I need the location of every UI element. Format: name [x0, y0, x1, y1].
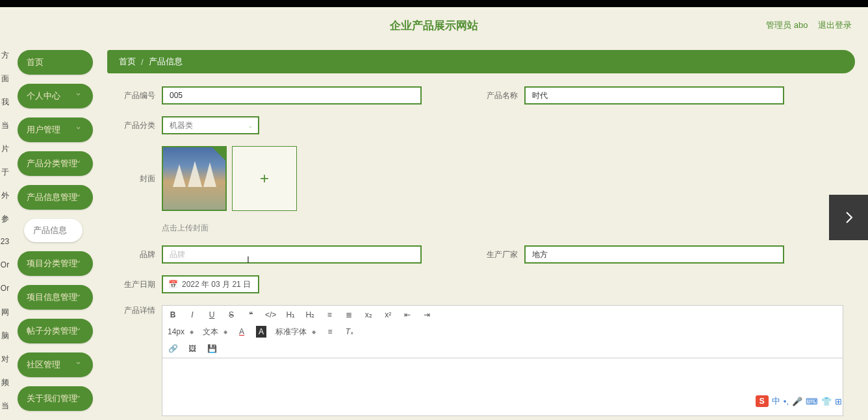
label-product-code: 产品编号	[119, 90, 155, 101]
sidebar-item-label: 首页	[27, 56, 44, 68]
sidebar-item-label: 用户管理	[27, 124, 60, 136]
sidebar-item-label: 个人中心	[27, 90, 60, 102]
ime-mic-icon[interactable]: 🎤	[792, 397, 802, 406]
window-top-black-bar	[0, 0, 868, 7]
sidebar-item-label: 帖子分类管理	[27, 325, 77, 337]
list-ol-button[interactable]: ≡	[324, 309, 335, 321]
superscript-button[interactable]: x²	[383, 309, 393, 321]
sidebar-item-7[interactable]: 帖子分类管理›	[18, 319, 93, 343]
ime-toolbox-icon[interactable]: ⊞	[835, 397, 842, 406]
product-name-input[interactable]	[524, 86, 784, 105]
underline-button[interactable]: U	[207, 309, 217, 321]
ime-keyboard-icon[interactable]: ⌨	[806, 397, 818, 406]
sidebar-item-4[interactable]: 产品信息管理›	[18, 185, 93, 210]
left-strip-char: 频	[1, 377, 9, 394]
header: 企业产品展示网站 管理员 abo 退出登录	[0, 7, 868, 43]
sidebar-item-0[interactable]: 首页	[18, 50, 93, 75]
dropdown-icon: ◆	[190, 329, 194, 335]
sidebar-item-6[interactable]: 项目信息管理›	[18, 285, 93, 310]
chevron-right-icon	[841, 210, 856, 225]
sidebar-item-5[interactable]: 项目分类管理›	[18, 251, 93, 276]
sidebar-item-8[interactable]: 社区管理›	[18, 352, 93, 377]
chevron-down-icon: ›	[77, 395, 84, 402]
ime-lang-icon[interactable]: 中	[772, 395, 780, 407]
sidebar-item-label: 产品分类管理	[27, 158, 77, 169]
subscript-button[interactable]: x₂	[363, 309, 374, 321]
bg-color-button[interactable]: A	[256, 326, 266, 338]
left-strip-char: 当	[1, 401, 9, 417]
label-detail: 产品详情	[119, 305, 155, 316]
chevron-down-icon: ⌄	[248, 122, 253, 129]
upload-add-button[interactable]: +	[232, 146, 297, 211]
outdent-button[interactable]: ⇥	[422, 309, 432, 321]
label-cover: 封面	[119, 173, 155, 184]
left-strip-char: 网	[1, 307, 9, 324]
chevron-down-icon: ›	[77, 127, 84, 133]
admin-link[interactable]: 管理员 abo	[766, 20, 808, 30]
breadcrumb-sep: /	[141, 57, 144, 67]
chevron-down-icon: ›	[77, 260, 84, 267]
product-code-input[interactable]	[162, 86, 422, 105]
left-strip-char: 于	[1, 167, 9, 184]
image-button[interactable]: 🖼	[187, 343, 198, 354]
chevron-down-icon: ›	[77, 328, 84, 334]
sidebar-item-label: 关于我们管理	[27, 393, 77, 404]
sidebar-item-3[interactable]: 产品分类管理›	[18, 151, 93, 176]
save-button[interactable]: 💾	[207, 343, 217, 354]
left-strip-char: 面	[1, 73, 9, 90]
quote-button[interactable]: ❝	[246, 309, 256, 321]
code-button[interactable]: </>	[265, 309, 276, 321]
list-ul-button[interactable]: ≣	[344, 309, 354, 321]
brand-input[interactable]	[162, 245, 422, 264]
h1-button[interactable]: H₁	[285, 309, 296, 321]
label-brand: 品牌	[119, 249, 155, 260]
font-color-button[interactable]: A	[236, 326, 247, 338]
cover-thumbnail[interactable]	[162, 146, 227, 211]
font-size-select[interactable]: 14px◆	[168, 327, 194, 336]
text-mode-select[interactable]: 文本◆	[203, 327, 227, 338]
breadcrumb-home[interactable]: 首页	[119, 56, 136, 68]
sidebar-item-label: 产品信息管理	[27, 191, 77, 203]
sidebar-item-label: 社区管理	[27, 359, 60, 371]
manufacturer-input[interactable]	[524, 245, 784, 264]
sidebar-item-2[interactable]: 用户管理›	[18, 117, 93, 142]
left-strip-char: 参	[1, 214, 9, 230]
clear-format-button[interactable]: Tₓ	[344, 326, 355, 338]
sidebar-item-9[interactable]: 关于我们管理›	[18, 386, 93, 411]
form: 产品编号 产品名称 产品分类 机器类 ⌄	[107, 73, 855, 420]
ime-bar[interactable]: S 中 •, 🎤 ⌨ 👕 ⊞	[756, 394, 842, 408]
breadcrumb-current: 产品信息	[149, 56, 183, 68]
prod-date-value: 2022 年 03 月 21 日	[182, 279, 251, 290]
font-family-select[interactable]: 标准字体◆	[275, 327, 316, 338]
align-button[interactable]: ≡	[325, 326, 335, 338]
left-strip-char: 外	[1, 190, 9, 207]
italic-button[interactable]: I	[187, 309, 198, 321]
bold-button[interactable]: B	[168, 309, 178, 321]
editor-body[interactable]	[162, 358, 843, 416]
left-strip-char: Or	[1, 260, 9, 277]
sidebar-item-label: 项目分类管理	[27, 258, 77, 269]
breadcrumb: 首页 / 产品信息	[107, 50, 855, 73]
chevron-down-icon: ›	[77, 93, 84, 99]
chevron-down-icon: ›	[77, 194, 84, 201]
upload-hint: 点击上传封面	[162, 223, 843, 234]
chevron-down-icon: ›	[77, 160, 84, 167]
left-partial-window: 方面我当片于外参23OrOr网脑对频当	[0, 43, 10, 420]
sidebar-subitem[interactable]: 产品信息	[24, 219, 83, 242]
left-strip-char: 片	[1, 143, 9, 160]
strike-button[interactable]: S	[226, 309, 236, 321]
logout-link[interactable]: 退出登录	[818, 20, 852, 30]
label-product-cat: 产品分类	[119, 120, 155, 131]
left-strip-char: 方	[1, 50, 9, 67]
sidebar-item-1[interactable]: 个人中心›	[18, 84, 93, 108]
content-area: 首页 / 产品信息 产品编号 产品名称 产品分类 机器类	[101, 43, 868, 420]
right-slide-panel[interactable]	[829, 195, 868, 240]
label-product-name: 产品名称	[481, 90, 518, 101]
link-button[interactable]: 🔗	[168, 343, 178, 354]
ime-punct-icon[interactable]: •,	[784, 397, 789, 406]
prod-date-input[interactable]: 📅 2022 年 03 月 21 日	[162, 275, 259, 293]
product-cat-select[interactable]: 机器类 ⌄	[162, 116, 259, 134]
ime-skin-icon[interactable]: 👕	[821, 397, 832, 406]
h2-button[interactable]: H₂	[305, 309, 315, 321]
indent-button[interactable]: ⇤	[402, 309, 413, 321]
